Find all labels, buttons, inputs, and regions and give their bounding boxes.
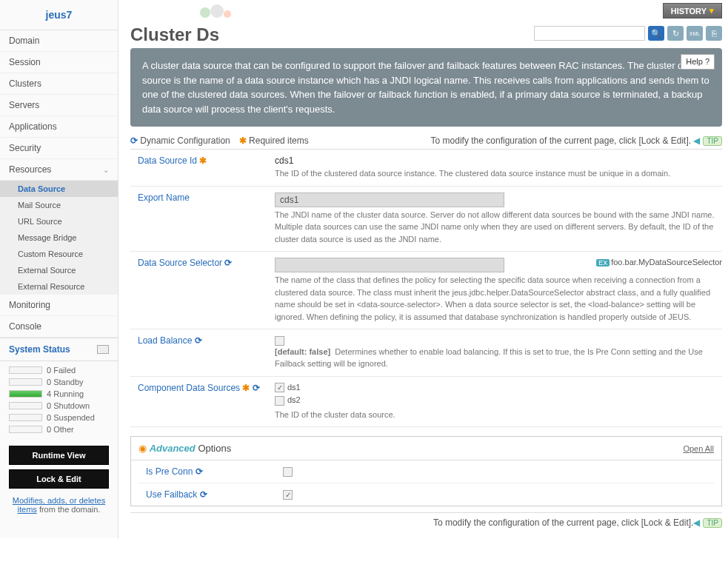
status-failed: 0 Failed [0,364,118,376]
field-use-failback: Use Failback ⟳ ✓ [138,483,714,506]
nav-session[interactable]: Session [0,52,118,73]
status-standby: 0 Standby [0,376,118,388]
failback-checkbox[interactable]: ✓ [283,490,293,500]
nav-applications[interactable]: Applications [0,116,118,138]
comp-desc: The ID of the cluster data source. [275,409,722,421]
dynamic-config-icon: ⟳ [195,335,202,346]
ds-id-desc: The ID of the clustered data source inst… [275,167,722,180]
sub-mail-source[interactable]: Mail Source [0,197,118,213]
warning-icon: ◉ [138,443,147,454]
footer-hint: To modify the configuration of the curre… [433,517,694,528]
refresh-icon: ↻ [672,29,679,38]
runtime-view-button[interactable]: Runtime View [9,446,109,465]
advanced-options-panel: ◉ Advanced Options Open All Is Pre Conn … [130,436,722,506]
dynamic-config-icon: ⟳ [224,258,232,268]
lock-edit-button[interactable]: Lock & Edit [9,469,109,489]
load-default: [default: false] [275,347,330,356]
chevron-down-icon: ▾ [709,6,714,16]
sub-data-source[interactable]: Data Source [0,181,118,197]
nav-security[interactable]: Security [0,138,118,159]
nav-resources[interactable]: Resources ⌄ [0,159,118,181]
nav-resources-label: Resources [9,164,51,175]
open-all-link[interactable]: Open All [683,444,714,453]
dynamic-config-icon: ⟳ [130,135,138,146]
status-list: 0 Failed 0 Standby 4 Running 0 Shutdown … [0,361,118,441]
dynamic-config-icon: ⟳ [253,383,260,393]
load-balance-checkbox[interactable] [275,336,284,346]
help-button[interactable]: Help ? [681,54,715,70]
tip-arrow-icon: ◀ [693,135,700,146]
sidebar: jeus7 Domain Session Clusters Servers Ap… [0,0,118,538]
search-icon: 🔍 [651,29,661,38]
ds1-checkbox[interactable]: ✓ [275,383,284,392]
sidebar-note: Modifies, adds, or deletes items from th… [0,493,118,517]
xml-icon: XML [689,31,700,36]
export-name-desc: The JNDI name of the cluster data source… [275,209,722,246]
selector-example: foo.bar.MyDataSourceSelector [611,258,722,267]
legend-row: ⟳ Dynamic Configuration ✱ Required items… [130,133,722,150]
dynamic-config-icon: ⟳ [196,466,203,477]
tip-badge-footer[interactable]: TIP [703,518,722,528]
field-data-source-selector: Data Source Selector ⟳ EXfoo.bar.MyDataS… [130,252,722,329]
decorative-dots [200,4,231,20]
example-badge: EX [596,259,610,267]
search-button[interactable]: 🔍 [648,26,664,41]
load-desc: Determines whether to enable load balanc… [275,347,703,369]
ds2-label: ds2 [287,395,301,404]
tip-badge[interactable]: TIP [703,136,722,146]
ds1-label: ds1 [287,383,301,392]
preconn-checkbox[interactable] [283,467,293,477]
export-xml-button[interactable]: XML [687,26,703,41]
info-text: A cluster data source that can be config… [142,60,709,115]
help-icon: ? [705,57,709,66]
nav-clusters[interactable]: Clusters [0,73,118,95]
main-content: HISTORY ▾ Cluster Ds 🔍 ↻ XML ⎘ A cluster… [118,0,728,538]
nav-console[interactable]: Console [0,316,118,338]
dynamic-config-icon: ⟳ [200,489,207,500]
sub-external-source[interactable]: External Source [0,262,118,278]
search-input[interactable] [534,26,645,41]
required-icon: ✱ [239,135,247,146]
app-logo[interactable]: jeus7 [0,0,118,30]
system-status-header: System Status [0,338,118,361]
sub-custom-resource[interactable]: Custom Resource [0,246,118,262]
sub-external-resource[interactable]: External Resource [0,278,118,295]
copy-button[interactable]: ⎘ [706,26,722,41]
required-icon: ✱ [199,155,207,166]
status-shutdown: 0 Shutdown [0,400,118,412]
field-component-data-sources: Component Data Sources ✱ ⟳ ✓ds1 ds2 The … [130,377,722,428]
selector-input[interactable] [275,258,504,272]
toolbar: 🔍 ↻ XML ⎘ [534,26,722,41]
history-button[interactable]: HISTORY ▾ [663,3,722,19]
required-icon: ✱ [242,383,250,393]
copy-icon: ⎘ [712,29,717,38]
sub-message-bridge[interactable]: Message Bridge [0,229,118,246]
refresh-button[interactable]: ↻ [667,26,684,41]
nav-servers[interactable]: Servers [0,95,118,116]
field-data-source-id: Data Source Id ✱ cds1 The ID of the clus… [130,150,722,187]
sub-url-source[interactable]: URL Source [0,213,118,229]
info-box: A cluster data source that can be config… [130,48,722,127]
field-export-name: Export Name cds1 The JNDI name of the cl… [130,187,722,252]
nav-domain[interactable]: Domain [0,30,118,52]
page-title: Cluster Ds [130,19,219,48]
system-status-title: System Status [9,344,70,355]
field-is-pre-conn: Is Pre Conn ⟳ [138,460,714,483]
tip-arrow-icon: ◀ [693,517,700,528]
export-name-input[interactable]: cds1 [275,192,504,207]
status-suspended: 0 Suspended [0,412,118,423]
selector-desc: The name of the class that defines the p… [275,274,722,323]
status-other: 0 Other [0,423,118,435]
field-load-balance: Load Balance ⟳ [default: false] Determin… [130,329,722,377]
nav-monitoring[interactable]: Monitoring [0,295,118,316]
footer-row: To modify the configuration of the curre… [130,512,722,532]
status-panel-icon[interactable] [97,345,109,354]
chevron-down-icon: ⌄ [103,166,109,174]
modify-hint: To modify the configuration of the curre… [431,135,692,146]
status-running: 4 Running [0,388,118,400]
ds-id-value: cds1 [275,155,722,166]
ds2-checkbox[interactable] [275,396,284,406]
resources-submenu: Data Source Mail Source URL Source Messa… [0,181,118,295]
